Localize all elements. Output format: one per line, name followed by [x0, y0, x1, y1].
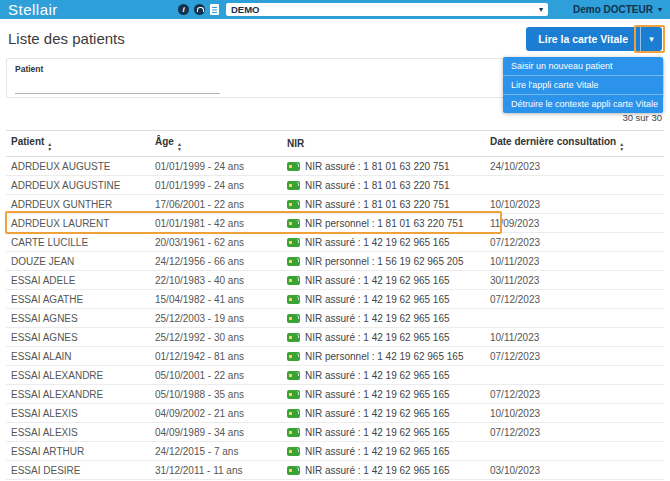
nir-text: NIR assuré : 1 81 01 63 220 751: [305, 199, 450, 210]
info-icon[interactable]: [178, 4, 189, 15]
column-header[interactable]: Âge: [150, 131, 282, 157]
nir-text: NIR assuré : 1 42 19 62 965 165: [305, 408, 450, 419]
table-row[interactable]: ADRDEUX GUNTHER17/06/2001 - 22 ansNIR as…: [6, 195, 664, 214]
table-row[interactable]: ESSAI ALEXANDRE05/10/1988 - 35 ansNIR as…: [6, 385, 664, 404]
age-cell: 01/12/1942 - 81 ans: [150, 347, 282, 366]
patient-name-cell: ESSAI AGNES: [6, 309, 150, 328]
last-consultation-cell: 10/11/2023: [485, 328, 664, 347]
age-cell: 04/09/1989 - 34 ans: [150, 423, 282, 442]
nir-cell: NIR assuré : 1 42 19 62 965 165: [282, 233, 485, 252]
patient-filter-input[interactable]: [15, 80, 220, 94]
table-row[interactable]: ADRDEUX AUGUSTINE01/01/1999 - 24 ansNIR …: [6, 176, 664, 195]
nir-cell: NIR assuré : 1 42 19 62 965 165: [282, 290, 485, 309]
column-header-label: NIR: [287, 138, 304, 149]
vitale-card-icon: [287, 447, 300, 456]
nir-cell: NIR assuré : 1 42 19 62 965 165: [282, 366, 485, 385]
table-header-row: PatientÂgeNIRDate dernière consultation: [6, 131, 664, 157]
nir-text: NIR assuré : 1 42 19 62 965 165: [305, 465, 450, 476]
nir-cell: NIR personnel : 1 81 01 63 220 751: [282, 214, 485, 233]
sort-icon: [619, 142, 624, 152]
nir-cell: NIR assuré : 1 81 01 63 220 751: [282, 195, 485, 214]
sort-icon: [177, 142, 182, 152]
vitale-card-icon: [287, 390, 300, 399]
read-vitale-dropdown-arrow[interactable]: [640, 27, 662, 51]
table-row[interactable]: ESSAI DESIRE31/12/2011 - 11 ansNIR assur…: [6, 461, 664, 480]
last-consultation-cell: [485, 309, 664, 328]
patient-name-cell: ESSAI DESIRE: [6, 461, 150, 480]
table-row[interactable]: ESSAI ALEXANDRE05/10/2001 - 22 ansNIR as…: [6, 366, 664, 385]
page-header: Liste des patients Lire la carte Vitale: [0, 19, 670, 58]
patient-name-cell: ESSAI ALEXANDRE: [6, 385, 150, 404]
nir-text: NIR assuré : 1 42 19 62 965 165: [305, 275, 450, 286]
patient-name-cell: ADRDEUX AUGUSTINE: [6, 176, 150, 195]
read-vitale-card-button[interactable]: Lire la carte Vitale: [526, 27, 640, 51]
user-menu[interactable]: Demo DOCTEUR: [573, 4, 662, 15]
patient-name-cell: ADRDEUX GUNTHER: [6, 195, 150, 214]
nir-text: NIR personnel : 1 42 19 62 965 165: [305, 351, 463, 362]
read-vitale-button-group: Lire la carte Vitale: [526, 27, 662, 51]
column-header[interactable]: Date dernière consultation: [485, 131, 664, 157]
topbar-icons: [178, 4, 219, 15]
menu-item[interactable]: Lire l'appli carte Vitale: [503, 76, 663, 95]
vitale-card-icon: [287, 257, 300, 266]
patient-name-cell: ESSAI AGATHE: [6, 290, 150, 309]
nir-cell: NIR assuré : 1 42 19 62 965 165: [282, 385, 485, 404]
nir-cell: NIR assuré : 1 42 19 62 965 165: [282, 404, 485, 423]
patient-name-cell: ADRDEUX LAURENT: [6, 214, 150, 233]
vitale-dropdown-menu: Saisir un nouveau patientLire l'appli ca…: [503, 57, 663, 113]
table-row[interactable]: ADRDEUX LAURENT01/01/1981 - 42 ansNIR pe…: [6, 214, 664, 233]
table-row[interactable]: CARTE LUCILLE20/03/1961 - 62 ansNIR assu…: [6, 233, 664, 252]
age-cell: 05/10/1988 - 35 ans: [150, 385, 282, 404]
vitale-card-icon: [287, 200, 300, 209]
nir-text: NIR assuré : 1 81 01 63 220 751: [305, 161, 450, 172]
nir-cell: NIR personnel : 1 42 19 62 965 165: [282, 347, 485, 366]
nir-cell: NIR assuré : 1 81 01 63 220 751: [282, 176, 485, 195]
nir-text: NIR assuré : 1 42 19 62 965 165: [305, 446, 450, 457]
environment-select[interactable]: DEMO: [226, 3, 548, 16]
nir-text: NIR assuré : 1 42 19 62 965 165: [305, 389, 450, 400]
nir-text: NIR assuré : 1 42 19 62 965 165: [305, 294, 450, 305]
column-header[interactable]: Patient: [6, 131, 150, 157]
menu-item[interactable]: Détruire le contexte appli carte Vitale: [503, 95, 663, 113]
patients-table: PatientÂgeNIRDate dernière consultation …: [6, 130, 664, 480]
vitale-card-icon: [287, 314, 300, 323]
last-consultation-cell: 07/12/2023: [485, 233, 664, 252]
patient-name-cell: ESSAI ALEXIS: [6, 404, 150, 423]
vitale-card-icon: [287, 238, 300, 247]
last-consultation-cell: 07/12/2023: [485, 347, 664, 366]
vitale-card-icon: [287, 466, 300, 475]
vitale-card-icon: [287, 181, 300, 190]
chevron-down-icon: [658, 6, 662, 14]
patient-name-cell: ADRDEUX AUGUSTE: [6, 157, 150, 176]
vitale-card-icon: [287, 276, 300, 285]
patient-name-cell: ESSAI ALEXANDRE: [6, 366, 150, 385]
column-header-label: Date dernière consultation: [490, 136, 616, 147]
table-row[interactable]: ESSAI AGATHE15/04/1982 - 41 ansNIR assur…: [6, 290, 664, 309]
table-row[interactable]: ESSAI ADELE22/10/1983 - 40 ansNIR assuré…: [6, 271, 664, 290]
age-cell: 01/01/1999 - 24 ans: [150, 176, 282, 195]
nir-text: NIR personnel : 1 81 01 63 220 751: [305, 218, 463, 229]
stellair-logo: Stellair: [0, 1, 178, 18]
menu-item[interactable]: Saisir un nouveau patient: [503, 57, 663, 76]
document-icon[interactable]: [210, 4, 219, 15]
last-consultation-cell: 03/10/2023: [485, 461, 664, 480]
column-header[interactable]: NIR: [282, 131, 485, 157]
table-row[interactable]: ESSAI AGNES25/12/1992 - 30 ansNIR assuré…: [6, 328, 664, 347]
table-row[interactable]: ESSAI ALEXIS04/09/1989 - 34 ansNIR assur…: [6, 423, 664, 442]
topbar: Stellair DEMO Demo DOCTEUR: [0, 0, 670, 19]
patients-table-body: ADRDEUX AUGUSTE01/01/1999 - 24 ansNIR as…: [6, 157, 664, 480]
result-count: 30 sur 30: [622, 112, 662, 123]
age-cell: 05/10/2001 - 22 ans: [150, 366, 282, 385]
age-cell: 31/12/2011 - 11 ans: [150, 461, 282, 480]
patient-name-cell: ESSAI ADELE: [6, 271, 150, 290]
table-row[interactable]: ADRDEUX AUGUSTE01/01/1999 - 24 ansNIR as…: [6, 157, 664, 176]
age-cell: 25/12/2003 - 19 ans: [150, 309, 282, 328]
table-row[interactable]: ESSAI ALEXIS04/09/2002 - 21 ansNIR assur…: [6, 404, 664, 423]
patient-name-cell: CARTE LUCILLE: [6, 233, 150, 252]
table-row[interactable]: DOUZE JEAN24/12/1956 - 66 ansNIR personn…: [6, 252, 664, 271]
age-cell: 01/01/1999 - 24 ans: [150, 157, 282, 176]
table-row[interactable]: ESSAI ARTHUR24/12/2015 - 7 ansNIR assuré…: [6, 442, 664, 461]
table-row[interactable]: ESSAI ALAIN01/12/1942 - 81 ansNIR person…: [6, 347, 664, 366]
help-icon[interactable]: [194, 4, 205, 15]
table-row[interactable]: ESSAI AGNES25/12/2003 - 19 ansNIR assuré…: [6, 309, 664, 328]
